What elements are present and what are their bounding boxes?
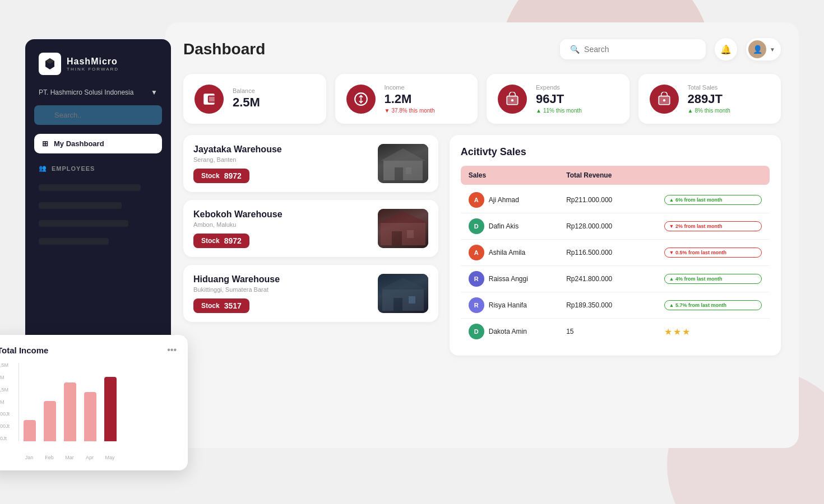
stock-value-3: 3517 xyxy=(224,301,242,310)
avatar-ashila: A xyxy=(469,245,484,260)
sales-change: ▲ 8% this month xyxy=(688,108,730,114)
activity-title: Acitivty Sales xyxy=(461,146,770,158)
income-icon xyxy=(346,85,376,114)
avatar-dropdown-icon: ▼ xyxy=(770,46,775,53)
warehouse-img-1 xyxy=(378,144,428,183)
avatar-dakota: D xyxy=(469,324,484,339)
warehouse-stock-2: Stock 8972 xyxy=(193,234,249,248)
warehouse-location-1: Serang, Banten xyxy=(193,156,282,163)
main-content: Dashboard 🔍 🔔 👤 ▼ xyxy=(165,22,799,448)
activity-row-6: D Dakota Amin 15 ★★★ xyxy=(461,319,770,344)
svg-rect-15 xyxy=(394,298,402,311)
income-change-text: 37.8% this month xyxy=(391,108,434,114)
person-cell-1: A Aji Ahmad xyxy=(469,192,566,208)
company-dropdown-icon: ▼ xyxy=(151,88,158,96)
stat-card-balance: Balance 2.5M xyxy=(183,74,326,124)
sidebar-placeholder-4 xyxy=(39,238,109,245)
income-info: Income 1.2M ▼ 37.8% this month xyxy=(385,84,435,114)
warehouse-img-inner-2 xyxy=(378,209,428,248)
chart-y-labels: 10Jt 100Jt 500Jt 1M 1,5M 2M 2,5M xyxy=(0,363,10,441)
search-bar[interactable]: 🔍 xyxy=(560,39,706,59)
warehouse-card-hiduang: Hiduang Warehouse Bukittinggi, Sumatera … xyxy=(183,265,438,322)
activity-row-5: R Risya Hanifa Rp189.350.000 ▲ 5.7% from… xyxy=(461,292,770,319)
name-dafin: Dafin Akis xyxy=(489,222,519,230)
balance-icon xyxy=(195,85,224,114)
logo-name: HashMicro xyxy=(67,57,119,67)
svg-marker-14 xyxy=(379,278,427,290)
expends-change: ▲ 11% this month xyxy=(536,108,582,114)
balance-info: Balance 2.5M xyxy=(233,87,260,111)
warehouse-list: Jayataka Warehouse Serang, Banten Stock … xyxy=(183,135,438,356)
warehouse-card-jayataka: Jayataka Warehouse Serang, Banten Stock … xyxy=(183,135,438,192)
bar-jan xyxy=(24,420,36,441)
change-aji: ▲ 6% from last month xyxy=(664,195,762,205)
x-label-jan: Jan xyxy=(23,455,35,460)
bottom-section: Jayataka Warehouse Serang, Banten Stock … xyxy=(183,135,781,356)
warehouse-stock-1: Stock 8972 xyxy=(193,169,249,183)
main-wrapper: HashMicro THINK FORWARD PT. Hashmicro So… xyxy=(25,22,799,482)
sales-change-arrow: ▲ xyxy=(688,108,693,114)
activity-row-4: R Raissa Anggi Rp241.800.000 ▲ 4% from l… xyxy=(461,266,770,292)
warehouse-img-inner-1 xyxy=(378,144,428,183)
warehouse-location-3: Bukittinggi, Sumatera Barat xyxy=(193,286,280,293)
warehouse-info-3: Hiduang Warehouse Bukittinggi, Sumatera … xyxy=(193,274,280,313)
col-revenue: Total Revenue xyxy=(566,171,664,179)
chart-bars-area xyxy=(18,363,177,441)
logo: HashMicro THINK FORWARD xyxy=(34,53,162,80)
page-title: Dashboard xyxy=(183,40,265,58)
svg-rect-16 xyxy=(409,296,415,304)
user-avatar-wrapper[interactable]: 👤 ▼ xyxy=(746,38,781,60)
logo-text: HashMicro THINK FORWARD xyxy=(67,57,119,72)
sidebar-item-dashboard[interactable]: ⊞ My Dashboard xyxy=(34,134,162,153)
y-label-6: 2,5M xyxy=(0,363,10,368)
bar-mar xyxy=(64,382,76,441)
stats-row: Balance 2.5M Income 1.2M ▼ 37. xyxy=(183,74,781,124)
employees-icon: 👥 xyxy=(39,165,47,172)
search-input[interactable] xyxy=(584,45,696,54)
change-raissa: ▲ 4% from last month xyxy=(664,274,762,284)
notification-bell[interactable]: 🔔 xyxy=(715,38,737,60)
sidebar-search-wrapper: 🔍 xyxy=(34,105,162,125)
chart-bar-jan xyxy=(24,420,36,441)
stock-value-1: 8972 xyxy=(224,171,242,180)
person-cell-3: A Ashila Amila xyxy=(469,245,566,260)
balance-value: 2.5M xyxy=(233,96,260,109)
sidebar-section-employees: 👥 EMPLOYEES xyxy=(34,162,162,174)
y-label-0: 10Jt xyxy=(0,436,10,441)
col-change xyxy=(664,171,762,179)
income-more-icon[interactable]: ••• xyxy=(167,345,177,355)
header: Dashboard 🔍 🔔 👤 ▼ xyxy=(183,38,781,60)
user-avatar: 👤 xyxy=(748,40,766,58)
revenue-dakota: 15 xyxy=(566,328,664,335)
person-cell-5: R Risya Hanifa xyxy=(469,297,566,313)
stat-card-sales: Total Sales 289JT ▲ 8% this month xyxy=(638,74,781,124)
income-label: Income xyxy=(385,84,435,91)
x-label-may: May xyxy=(104,455,116,460)
sidebar-search-input[interactable] xyxy=(34,105,162,125)
chart-bar-feb xyxy=(44,401,56,441)
svg-rect-8 xyxy=(406,167,411,174)
income-chart-card: Total Income ••• 10Jt 100Jt 500Jt 1M 1,5… xyxy=(0,335,188,470)
avatar-aji: A xyxy=(469,192,484,208)
bar-feb xyxy=(44,401,56,441)
revenue-aji: Rp211.000.000 xyxy=(566,196,664,204)
company-selector[interactable]: PT. Hashmicro Solusi Indonesia ▼ xyxy=(34,88,162,96)
x-label-feb: Feb xyxy=(43,455,55,460)
header-right: 🔍 🔔 👤 ▼ xyxy=(560,38,781,60)
chart-wrapper: 10Jt 100Jt 500Jt 1M 1,5M 2M 2,5M xyxy=(0,363,177,452)
revenue-risya: Rp189.350.000 xyxy=(566,301,664,309)
company-name: PT. Hashmicro Solusi Indonesia xyxy=(39,88,133,96)
chart-x-labels: Jan Feb Mar Apr May xyxy=(23,455,177,460)
revenue-dafin: Rp128.000.000 xyxy=(566,222,664,230)
stars-dakota: ★★★ xyxy=(664,326,762,337)
sales-icon xyxy=(650,85,679,114)
x-label-apr: Apr xyxy=(84,455,96,460)
sales-change-text: 8% this month xyxy=(695,108,730,114)
sidebar-placeholder-2 xyxy=(39,202,122,209)
svg-point-4 xyxy=(663,99,665,101)
warehouse-img-2 xyxy=(378,209,428,248)
expends-label: Expends xyxy=(536,84,582,91)
expends-info: Expends 96JT ▲ 11% this month xyxy=(536,84,582,114)
name-dakota: Dakota Amin xyxy=(489,328,527,335)
name-risya: Risya Hanifa xyxy=(489,301,527,309)
